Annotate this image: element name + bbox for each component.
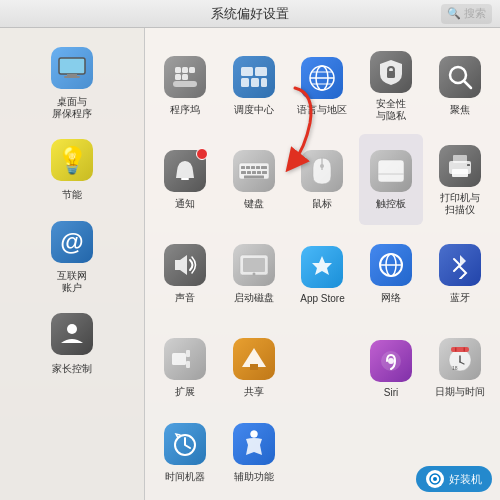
svg-point-71 — [250, 431, 257, 438]
svg-point-49 — [252, 273, 255, 276]
sound-icon — [164, 244, 206, 286]
grid-item-timemachine[interactable]: 时间机器 — [153, 417, 218, 488]
sharing-icon — [233, 338, 275, 380]
internet-icon: @ — [51, 221, 93, 263]
grid-item-printer[interactable]: 打印机与扫描仪 — [427, 134, 492, 224]
grid-item-empty2 — [290, 417, 355, 488]
language-icon-wrap — [299, 55, 345, 101]
svg-line-54 — [454, 259, 460, 265]
printer-icon — [439, 145, 481, 187]
datetime-icon-wrap: 18 — [437, 336, 483, 382]
grid-item-siri[interactable]: Siri — [359, 323, 424, 413]
sidebar-item-internet[interactable]: @ 互联网账户 — [0, 210, 144, 302]
grid-item-appstore[interactable]: App Store — [290, 229, 355, 319]
timemachine-icon-wrap — [162, 421, 208, 467]
titlebar: 系统偏好设置 🔍 搜索 — [0, 0, 500, 28]
parental-icon-wrap — [48, 310, 96, 358]
grid-item-datetime[interactable]: 18 日期与时间 — [427, 323, 492, 413]
svg-rect-27 — [241, 166, 245, 169]
grid-item-startup[interactable]: 启动磁盘 — [222, 229, 287, 319]
window-title: 系统偏好设置 — [211, 5, 289, 23]
grid-label-startup: 启动磁盘 — [234, 291, 274, 305]
grid-item-security[interactable]: 安全性与隐私 — [359, 40, 424, 130]
spotlight-icon — [439, 56, 481, 98]
svg-rect-32 — [241, 171, 246, 174]
internet-icon-wrap: @ — [48, 218, 96, 266]
grid-item-network[interactable]: 网络 — [359, 229, 424, 319]
grid-item-spotlight[interactable]: 聚焦 — [427, 40, 492, 130]
grid-item-trackpad[interactable]: 触控板 — [359, 134, 424, 224]
trackpad-icon — [370, 150, 412, 192]
svg-rect-15 — [261, 78, 267, 87]
grid-label-bluetooth: 蓝牙 — [450, 291, 470, 305]
svg-text:18: 18 — [452, 365, 458, 371]
extensions-icon — [164, 338, 206, 380]
sidebar-item-label-energy: 节能 — [62, 188, 82, 202]
grid-item-extensions[interactable]: 扩展 — [153, 323, 218, 413]
grid-label-printer: 打印机与扫描仪 — [440, 192, 480, 216]
grid-label-network: 网络 — [381, 291, 401, 305]
search-bar[interactable]: 🔍 搜索 — [441, 4, 492, 24]
network-icon-wrap — [368, 242, 414, 288]
main-grid: 程序坞 调度中心 语言与地区 安全性与隐 — [145, 28, 500, 500]
svg-rect-12 — [255, 67, 267, 76]
grid-item-notification[interactable]: 通知 — [153, 134, 218, 224]
svg-rect-11 — [241, 67, 253, 76]
startup-icon-wrap — [231, 242, 277, 288]
bluetooth-icon — [439, 244, 481, 286]
desktop-icon-wrap — [48, 44, 96, 92]
svg-rect-45 — [467, 164, 470, 166]
grid-item-sound[interactable]: 声音 — [153, 229, 218, 319]
startup-icon — [233, 244, 275, 286]
keyboard-icon-wrap — [231, 148, 277, 194]
appstore-icon-wrap — [299, 244, 345, 290]
grid-label-trackpad: 触控板 — [376, 197, 406, 211]
svg-point-61 — [388, 358, 394, 364]
grid-item-language[interactable]: 语言与地区 — [290, 40, 355, 130]
grid-item-keyboard[interactable]: 键盘 — [222, 134, 287, 224]
notification-icon — [164, 150, 206, 192]
svg-marker-46 — [175, 255, 187, 275]
svg-rect-44 — [452, 169, 468, 177]
grid-label-notification: 通知 — [175, 197, 195, 211]
svg-rect-35 — [257, 171, 261, 174]
svg-rect-3 — [64, 76, 80, 78]
svg-rect-55 — [172, 353, 186, 365]
sidebar-item-energy[interactable]: 💡 节能 — [0, 128, 144, 210]
sidebar-item-label-desktop: 桌面与屏保程序 — [52, 96, 92, 120]
svg-rect-30 — [256, 166, 260, 169]
grid-item-accessibility[interactable]: 辅助功能 — [222, 417, 287, 488]
keyboard-icon — [233, 150, 275, 192]
watermark-text: 好装机 — [449, 472, 482, 487]
grid-label-spotlight: 聚焦 — [450, 103, 470, 117]
svg-rect-40 — [378, 160, 404, 182]
svg-rect-43 — [453, 155, 467, 163]
sidebar-item-parental[interactable]: 家长控制 — [0, 302, 144, 384]
svg-rect-57 — [186, 361, 190, 368]
svg-rect-7 — [182, 67, 188, 73]
svg-rect-10 — [182, 74, 188, 80]
security-icon — [370, 51, 412, 93]
parental-icon — [51, 313, 93, 355]
security-icon-wrap — [368, 49, 414, 95]
sharing-icon-wrap — [231, 336, 277, 382]
svg-rect-0 — [59, 58, 85, 74]
printer-icon-wrap — [437, 143, 483, 189]
svg-rect-48 — [243, 258, 265, 272]
dock-icon — [164, 56, 206, 98]
energy-icon-wrap: 💡 — [48, 136, 96, 184]
grid-item-sharing[interactable]: 共享 — [222, 323, 287, 413]
spotlight-icon-wrap — [437, 54, 483, 100]
watermark: 好装机 — [416, 466, 492, 492]
svg-rect-29 — [251, 166, 255, 169]
grid-label-language: 语言与地区 — [297, 104, 347, 116]
grid-item-mouse[interactable]: 鼠标 — [290, 134, 355, 224]
grid-item-bluetooth[interactable]: 蓝牙 — [427, 229, 492, 319]
sidebar-item-desktop[interactable]: 桌面与屏保程序 — [0, 36, 144, 128]
grid-item-mission[interactable]: 调度中心 — [222, 40, 287, 130]
grid-label-keyboard: 键盘 — [244, 197, 264, 211]
grid-item-dock[interactable]: 程序坞 — [153, 40, 218, 130]
svg-rect-6 — [175, 67, 181, 73]
appstore-icon — [301, 246, 343, 288]
svg-rect-2 — [67, 74, 77, 76]
